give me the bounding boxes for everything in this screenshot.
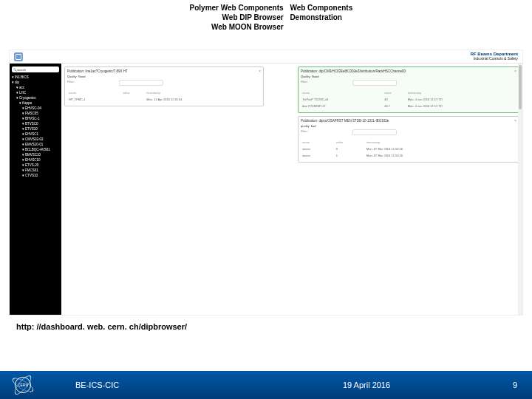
sidebar-item[interactable]: ▾BCLBQC-AVS01	[12, 147, 59, 152]
publication-panel-2: Publication: dip/CM3/HC033e/BC002e/Distr…	[298, 66, 519, 113]
sidebar-item[interactable]: ▾FMCS01	[12, 168, 59, 173]
department-label: RF Beams Department Industrial Controls …	[471, 52, 518, 61]
sidebar-item[interactable]: ▾EMVS10-01	[12, 142, 59, 147]
footer-left: BE-ICS-CIC	[75, 381, 260, 389]
tree-sidebar[interactable]: 🔍 search ▾IN1:BICS▾dip▾acc▾LHC▾Cryogenic…	[10, 64, 61, 316]
filter-input[interactable]	[352, 80, 397, 86]
sidebar-item[interactable]: ▾FMSC05	[12, 111, 59, 116]
publication-panel-1: Publication: line1ac?Cryogenic/7.89X.HT×…	[64, 66, 264, 106]
title-line2-left: Web DIP Browser	[166, 13, 284, 22]
scrollbar[interactable]	[518, 64, 522, 315]
app-topbar: RF Beams Department Industrial Controls …	[10, 50, 522, 64]
sidebar-item[interactable]: ▾IN1:BICS	[12, 75, 59, 80]
footer-date: 19 April 2016	[260, 381, 473, 389]
sidebar-item[interactable]: ▾Cryogenics	[12, 95, 59, 100]
sidebar-item[interactable]: ▾LHC	[12, 90, 59, 95]
cern-logo-icon: CERN	[15, 377, 31, 393]
slide-footer: CERN BE-ICS-CIC 19 April 2016 9	[0, 371, 532, 399]
table-row: TiePoxP TCDSC-x040Mon. 4 xxx 2016 11:17:…	[302, 97, 515, 102]
sidebar-item[interactable]: ▾Kappa	[12, 100, 59, 106]
sidebar-item[interactable]: ▾CTVS10	[12, 173, 59, 178]
close-icon[interactable]: ×	[514, 119, 516, 123]
sidebar-item[interactable]: ▾ETVS-20	[12, 163, 59, 168]
page-number: 9	[473, 381, 517, 389]
filter-input[interactable]	[352, 129, 397, 135]
search-input[interactable]: 🔍 search	[12, 66, 59, 72]
content-area: Publication: line1ac?Cryogenic/7.89X.HT×…	[61, 64, 522, 316]
publication-panel-3: Publication: dipcc/GSAFRST MEN STDE-10-1…	[298, 116, 519, 163]
table-row: seace0Mon. 07 Mar 2016 11:50:16	[302, 146, 515, 151]
table-row: HP_TFMC-1Mon. 14 Apr 2016 12:31:34	[69, 97, 259, 102]
table-row: seace1Mon. 07 Mar 2016 11:50:16	[302, 153, 515, 158]
sidebar-item[interactable]: ▾BTVSC0	[12, 121, 59, 126]
department-subtitle: Industrial Controls & Safety	[473, 56, 518, 61]
title-line1-left: Polymer Web Components	[166, 3, 284, 13]
sidebar-item[interactable]: ▾ETVS10	[12, 126, 59, 132]
sidebar-item[interactable]: ▾EHVSC10	[12, 157, 59, 163]
sidebar-item[interactable]: ▾EHVSC1	[12, 132, 59, 137]
sidebar-item[interactable]: ▾dip	[12, 80, 59, 85]
close-icon[interactable]: ×	[514, 69, 516, 73]
sidebar-item[interactable]: ▾EHVSC-04	[12, 106, 59, 111]
app-screenshot: RF Beams Department Industrial Controls …	[9, 50, 523, 316]
title-line3-left: Web MOON Browser	[166, 22, 284, 32]
dip-icon	[14, 52, 23, 61]
sidebar-item[interactable]: ▾BHVSC-1	[12, 116, 59, 121]
sidebar-item[interactable]: ▾CMVS02-02	[12, 137, 59, 142]
filter-input[interactable]	[119, 80, 163, 86]
close-icon[interactable]: ×	[259, 69, 261, 73]
url-label: http: //dashboard. web. cern. ch/dipbrow…	[16, 322, 187, 331]
sidebar-item[interactable]: ▾acc	[12, 85, 59, 90]
title-line2-right: Demonstration	[285, 13, 366, 22]
sidebar-item[interactable]: ▾BMVSC10	[12, 152, 59, 157]
slide-title-block: Polymer Web Components Web Components We…	[0, 0, 532, 35]
table-row: diss FTV89GP-1T46.7Mon. 4 xxx 2016 11:17…	[302, 103, 515, 109]
title-line1-right: Web Components	[285, 3, 366, 13]
